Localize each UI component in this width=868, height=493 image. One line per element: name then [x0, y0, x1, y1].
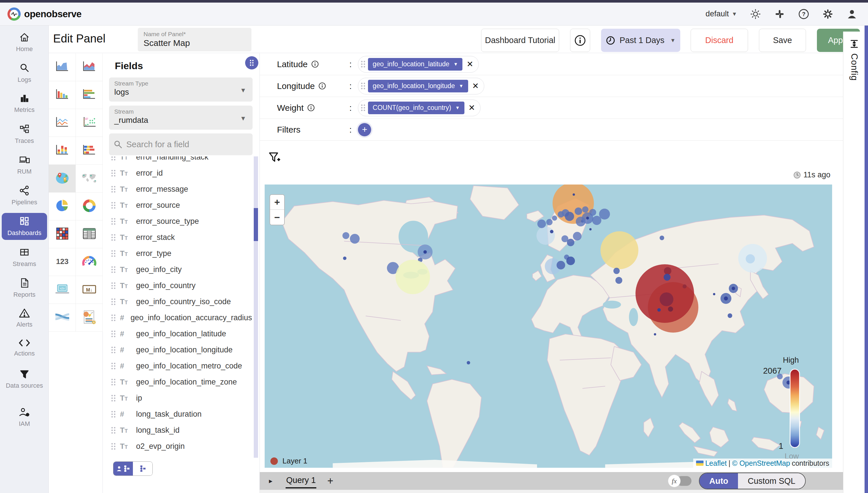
- query-collapse-icon[interactable]: ▸: [269, 477, 272, 485]
- longitude-field-chip[interactable]: geo_info_location_longitude▼: [368, 80, 468, 92]
- chart-type-table[interactable]: [76, 220, 103, 248]
- field-item-geo_info_country[interactable]: TTgeo_info_country: [103, 278, 252, 294]
- field-item-geo_info_city[interactable]: TTgeo_info_city: [103, 261, 252, 278]
- layer-legend-item[interactable]: Layer 1: [270, 456, 308, 466]
- add-query-button[interactable]: +: [327, 475, 333, 487]
- sidebar-item-reports[interactable]: Reports: [2, 275, 47, 302]
- field-item-error_stack[interactable]: TTerror_stack: [103, 229, 252, 245]
- field-item-long_task_duration[interactable]: #long_task_duration: [103, 406, 252, 422]
- chart-type-custom-chart[interactable]: [76, 304, 103, 332]
- chart-type-sankey[interactable]: [49, 304, 76, 332]
- slack-icon[interactable]: [774, 8, 785, 20]
- field-item-error_message[interactable]: TTerror_message: [103, 181, 252, 197]
- auto-sql-toggle[interactable]: Auto: [699, 473, 738, 489]
- sidebar-item-metrics[interactable]: Metrics: [2, 90, 47, 117]
- remove-longitude-icon[interactable]: ✕: [471, 81, 480, 91]
- leaflet-link[interactable]: Leaflet: [705, 459, 727, 468]
- chart-type-maps[interactable]: [76, 165, 103, 193]
- field-item-error_type[interactable]: TTerror_type: [103, 245, 252, 261]
- save-button[interactable]: Save: [759, 29, 806, 52]
- field-item-error_source_type[interactable]: TTerror_source_type: [103, 213, 252, 229]
- number-type-icon: #: [120, 329, 131, 338]
- vrl-function-toggle[interactable]: fx: [668, 475, 692, 487]
- scatter-point: [657, 308, 661, 312]
- org-selector[interactable]: default ▼: [705, 9, 737, 18]
- fields-view-user-defined-toggle[interactable]: [113, 462, 133, 475]
- remove-latitude-icon[interactable]: ✕: [465, 59, 474, 69]
- sidebar-item-logs[interactable]: Logs: [2, 60, 47, 87]
- chart-type-heatmap[interactable]: [49, 220, 76, 248]
- scatter-map-canvas[interactable]: + − High 2067 1 Low Layer 1 Leaflet | © …: [264, 185, 832, 468]
- chart-type-metric[interactable]: 123: [49, 248, 76, 276]
- chart-type-scatter[interactable]: [76, 109, 103, 137]
- custom-sql-toggle[interactable]: Custom SQL: [738, 473, 805, 489]
- page-scrollbar[interactable]: [865, 25, 868, 493]
- user-avatar-icon[interactable]: [846, 8, 858, 20]
- chart-type-html[interactable]: </>: [49, 276, 76, 304]
- chart-type-area[interactable]: [49, 53, 76, 81]
- field-item-o2_evp_origin[interactable]: TTo2_evp_origin: [103, 438, 252, 454]
- panel-name-input[interactable]: [144, 38, 246, 48]
- chart-type-gauge[interactable]: [76, 248, 103, 276]
- sidebar-item-dashboards[interactable]: Dashboards: [2, 213, 47, 240]
- sidebar-item-home[interactable]: Home: [2, 29, 47, 56]
- panel-name-field[interactable]: Name of Panel*: [138, 28, 251, 51]
- field-item-geo_info_location_latitude[interactable]: #geo_info_location_latitude: [103, 326, 252, 342]
- field-item-geo_info_country_iso_code[interactable]: TTgeo_info_country_iso_code: [103, 294, 252, 309]
- field-list-scrollbar-thumb[interactable]: [254, 208, 258, 241]
- sidebar-item-actions[interactable]: Actions: [2, 336, 47, 360]
- zoom-out-button[interactable]: −: [270, 210, 284, 225]
- chart-type-markdown[interactable]: M↓: [76, 276, 103, 304]
- discard-button[interactable]: Discard: [691, 29, 748, 52]
- chart-type-h-stacked-bar[interactable]: [76, 137, 103, 165]
- sidebar-item-iam[interactable]: IAM: [2, 404, 47, 431]
- field-item-long_task_id[interactable]: TTlong_task_id: [103, 422, 252, 438]
- chart-type-geo-map[interactable]: [49, 165, 76, 193]
- sidebar-item-streams[interactable]: Streams: [2, 244, 47, 271]
- stream-type-select[interactable]: Stream Type logs ▼: [109, 78, 253, 102]
- filter-add-icon[interactable]: [268, 151, 281, 165]
- chart-type-stacked-bar[interactable]: [49, 137, 76, 165]
- sidebar-item-data-sources[interactable]: Data sources: [2, 366, 47, 392]
- sidebar-item-rum[interactable]: RUM: [2, 151, 47, 178]
- zoom-in-button[interactable]: +: [270, 195, 284, 210]
- field-item-geo_info_location_accuracy_radius[interactable]: #geo_info_location_accuracy_radius: [103, 309, 252, 326]
- chart-type-bar[interactable]: [49, 81, 76, 109]
- chart-type-area-stacked[interactable]: [76, 53, 103, 81]
- chart-type-line[interactable]: [49, 109, 76, 137]
- stream-select[interactable]: Stream _rumdata ▼: [109, 106, 253, 130]
- tab-query-1[interactable]: Query 1: [284, 473, 317, 489]
- field-item-error_id[interactable]: TTerror_id: [103, 165, 252, 181]
- weight-field-chip[interactable]: COUNT(geo_info_country)▼: [368, 102, 464, 114]
- remove-weight-icon[interactable]: ✕: [467, 103, 476, 112]
- sidebar-item-alerts[interactable]: Alerts: [2, 305, 47, 331]
- sidebar-item-traces[interactable]: Traces: [2, 121, 47, 148]
- field-item-geo_info_location_metro_code[interactable]: #geo_info_location_metro_code: [103, 358, 252, 374]
- time-range-button[interactable]: Past 1 Days ▼: [601, 29, 680, 52]
- fields-view-schema-toggle[interactable]: [133, 462, 152, 475]
- drag-handle-icon[interactable]: [245, 56, 258, 69]
- latitude-field-chip[interactable]: geo_info_location_latitude▼: [368, 58, 462, 70]
- field-item-ip[interactable]: TTip: [103, 390, 252, 406]
- info-button[interactable]: [570, 29, 590, 52]
- field-search-input[interactable]: [126, 140, 248, 149]
- theme-toggle-icon[interactable]: [750, 8, 761, 20]
- field-item-error_handling_stack[interactable]: TTerror_handling_stack: [103, 156, 252, 165]
- config-tab-button[interactable]: Config: [843, 39, 865, 81]
- osm-link[interactable]: © OpenStreetMap: [732, 459, 790, 468]
- field-list-scrollbar-track[interactable]: [254, 156, 258, 458]
- help-icon[interactable]: ?: [798, 8, 809, 20]
- field-item-geo_info_location_longitude[interactable]: #geo_info_location_longitude: [103, 342, 252, 358]
- dashboard-tutorial-button[interactable]: Dashboard Tutorial: [481, 29, 559, 52]
- settings-gear-icon[interactable]: [822, 8, 833, 20]
- chart-type-donut[interactable]: [76, 193, 103, 220]
- field-item-o2_evp_origin_version[interactable]: TTo2_evp_origin_version: [103, 454, 252, 458]
- add-filter-button[interactable]: +: [358, 123, 371, 136]
- chart-type-pie[interactable]: [49, 193, 76, 220]
- sql-mode-toggle: Auto Custom SQL: [699, 473, 806, 489]
- legend-min-value: 1: [779, 441, 783, 451]
- sidebar-item-pipelines[interactable]: Pipelines: [2, 182, 47, 209]
- chart-type-h-bar[interactable]: [76, 81, 103, 109]
- field-item-error_source[interactable]: TTerror_source: [103, 197, 252, 213]
- field-item-geo_info_location_time_zone[interactable]: TTgeo_info_location_time_zone: [103, 374, 252, 390]
